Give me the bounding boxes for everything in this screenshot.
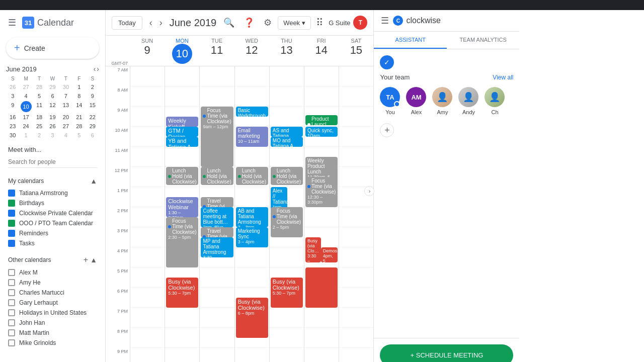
mini-cal-day[interactable]: 29 (86, 122, 99, 131)
event-marketing-sync[interactable]: Marketing Sync 3 – 4pm (236, 227, 268, 247)
cal-item-pto[interactable]: OOO / PTO Team Calendar (0, 218, 105, 228)
add-other-cal-icon[interactable]: + (84, 255, 88, 264)
cal-item-holidays[interactable]: Holidays in United States (0, 308, 105, 318)
mini-cal-day[interactable]: 6 (86, 131, 99, 140)
mini-cal-day[interactable]: 3 (46, 131, 59, 140)
mini-cal-day[interactable]: 15 (86, 101, 99, 113)
cal-item-clockwise[interactable]: Clockwise Private Calendar (0, 208, 105, 218)
cal-item-alex-m[interactable]: Alex M (0, 267, 105, 278)
day-col-sat[interactable] (339, 66, 373, 362)
mini-cal-day[interactable]: 16 (6, 113, 19, 122)
mini-cal-day[interactable]: 17 (19, 113, 32, 122)
mini-cal-day[interactable]: 18 (33, 113, 46, 122)
mini-cal-day[interactable]: 6 (46, 92, 59, 101)
mini-cal-day[interactable]: 11 (33, 101, 46, 113)
cal-item-matt[interactable]: Matt Martin (0, 328, 105, 338)
event-mo-tatiana[interactable]: MO and Tatiana A, 10:30am (271, 137, 303, 147)
event-lunch-hold-tue[interactable]: Lunch Hold (via Clockwise) 12 – 1pm (201, 167, 233, 185)
mini-cal-day[interactable]: 2 (86, 82, 99, 92)
mini-cal-day[interactable]: 26 (46, 122, 59, 131)
mini-cal-day[interactable]: 8 (72, 92, 86, 101)
event-coffee-meeting[interactable]: Coffee meeting at Blue bott… 2pm, Blue B… (201, 207, 233, 227)
event-basic-walkthrough[interactable]: Basic Walkthrough Wednesd… (236, 107, 268, 117)
event-demos-fri[interactable]: Demos 4pm, 5 Freelo… (321, 247, 338, 262)
mini-cal-day[interactable]: 24 (19, 122, 32, 131)
team-member-alex[interactable]: AM Alex (406, 87, 426, 115)
cal-item-birthdays[interactable]: Birthdays (0, 198, 105, 208)
prev-arrow[interactable]: ‹ (146, 16, 155, 30)
mini-cal-day[interactable]: 28 (33, 82, 46, 92)
mini-cal-day[interactable]: 27 (19, 82, 32, 92)
mini-cal-day[interactable]: 9 (86, 92, 99, 101)
other-calendars-header[interactable]: Other calendars + ▲ (0, 252, 105, 267)
mini-cal-next[interactable]: › (97, 65, 99, 73)
mini-cal-day[interactable]: 4 (59, 131, 72, 140)
event-red-fri[interactable] (305, 267, 338, 308)
help-icon[interactable]: ❓ (240, 14, 258, 31)
mini-cal-day[interactable]: 20 (59, 113, 72, 122)
mini-cal-day[interactable]: 30 (6, 131, 19, 140)
team-member-andy[interactable]: 👤 Andy (458, 87, 478, 115)
mini-cal-day[interactable]: 1 (72, 82, 86, 92)
add-person-btn[interactable]: + (380, 123, 513, 137)
view-selector[interactable]: Week ▾ (278, 16, 311, 30)
mini-cal-day[interactable]: 25 (33, 122, 46, 131)
event-busy-mon[interactable]: Busy (via Clockwise) 5:30 – 7pm (166, 278, 198, 308)
event-product-launch[interactable]: Product Launcl, 9:25am (305, 115, 338, 125)
mini-cal-prev[interactable]: ‹ (94, 65, 96, 73)
event-lunch-hold-thu[interactable]: Lunch Hold (via Clockwise) 12 – 1pm (271, 167, 303, 185)
cal-item-gary[interactable]: Gary Lerhaupt (0, 298, 105, 308)
event-focus-time-thu[interactable]: Focus Time (via Clockwise) 2 – 5pm (271, 207, 303, 237)
event-ab-tatiana[interactable]: AB and Tatiana Armstrong 2 – 3pm (236, 207, 268, 227)
event-travel-time-c[interactable]: Travel Time (via C…, 3pm (201, 227, 233, 237)
tab-team-analytics[interactable]: TEAM ANALYTICS (447, 32, 520, 49)
day-col-tue[interactable]: Focus Time (via Clockwise) 9am – 12pm Lu… (199, 66, 234, 362)
mini-cal-day[interactable]: 22 (86, 113, 99, 122)
mini-cal-day[interactable]: 5 (72, 131, 86, 140)
team-member-ch[interactable]: 👤 Ch (485, 87, 505, 115)
cal-item-mike[interactable]: Mike Grinolds (0, 338, 105, 348)
my-calendars-header[interactable]: My calendars ▲ (0, 174, 105, 188)
mini-cal-day-today[interactable]: 10 (21, 101, 32, 112)
hamburger-icon[interactable]: ☰ (6, 15, 18, 30)
today-button[interactable]: Today (112, 16, 142, 30)
apps-grid-icon[interactable]: ⠿ (314, 15, 326, 31)
event-quick-sync[interactable]: Quick sync, 10am (305, 127, 338, 137)
mini-cal-day[interactable]: 1 (19, 131, 32, 140)
event-busy-wed[interactable]: Busy (via Clockwise) 6 – 8pm (236, 298, 268, 338)
event-clockwise-webinar[interactable]: Clockwise Webinar 1:30 – 2:30pm (166, 197, 198, 217)
mini-cal-day[interactable]: 30 (59, 82, 72, 92)
mini-cal-day[interactable]: 9 (6, 101, 19, 113)
mini-cal-day[interactable]: 7 (59, 92, 72, 101)
mini-cal-day[interactable]: 5 (33, 92, 46, 101)
event-focus-time-fri[interactable]: Focus Time (via Clockwise) 12:30 – 3:30p… (305, 177, 338, 207)
mini-cal-day[interactable]: 19 (46, 113, 59, 122)
cal-item-amy-he[interactable]: Amy He (0, 278, 105, 288)
event-yb-tatiana[interactable]: YB and Tatiana A, 10:30am (166, 137, 198, 147)
cal-item-reminders[interactable]: Reminders (0, 228, 105, 238)
event-busy-thu[interactable]: Busy (via Clockwise) 5:30 – 7pm (271, 278, 303, 308)
next-arrow[interactable]: › (156, 16, 166, 30)
mini-cal-day[interactable]: 29 (46, 82, 59, 92)
clockwise-panel-hamburger[interactable]: ☰ (381, 15, 389, 26)
event-weekly-kickoff[interactable]: Weekly Kickoff, 9:30am (166, 117, 198, 127)
search-icon[interactable]: 🔍 (220, 14, 237, 31)
event-focus-time-mon[interactable]: Focus Time (via Clockwise) 2:30 – 5pm (166, 217, 198, 267)
day-col-wed[interactable]: Basic Walkthrough Wednesd… Email marketi… (234, 66, 269, 362)
cal-item-tatiana[interactable]: Tatiana Armstrong (0, 188, 105, 198)
day-col-fri[interactable]: Product Launcl, 9:25am Quick sync, 10am … (304, 66, 339, 362)
mini-cal-day[interactable]: 13 (59, 101, 72, 113)
tab-assistant[interactable]: ASSISTANT (374, 32, 447, 49)
mini-cal-day[interactable]: 14 (72, 101, 86, 113)
cal-item-charles[interactable]: Charles Martucci (0, 288, 105, 298)
day-col-thu[interactable]: AS and Tatiana Arms, 10am MO and Tatiana… (269, 66, 304, 362)
schedule-meeting-button[interactable]: + SCHEDULE MEETING (380, 344, 513, 362)
event-focus-time-tue[interactable]: Focus Time (via Clockwise) 9am – 12pm (201, 107, 233, 167)
event-mp-tatiana[interactable]: MP and Tatiana Armstrong 3:30 – 4:30pm (201, 237, 233, 257)
mini-cal-day[interactable]: 4 (19, 92, 32, 101)
settings-icon[interactable]: ⚙ (261, 14, 275, 31)
event-email-marketing[interactable]: Email marketing 10 – 11am (236, 127, 268, 147)
team-member-you[interactable]: TA You (380, 87, 400, 115)
mini-cal-day[interactable]: 28 (72, 122, 86, 131)
event-gtm-design[interactable]: GTM / Design Sync, 10am (166, 127, 198, 137)
